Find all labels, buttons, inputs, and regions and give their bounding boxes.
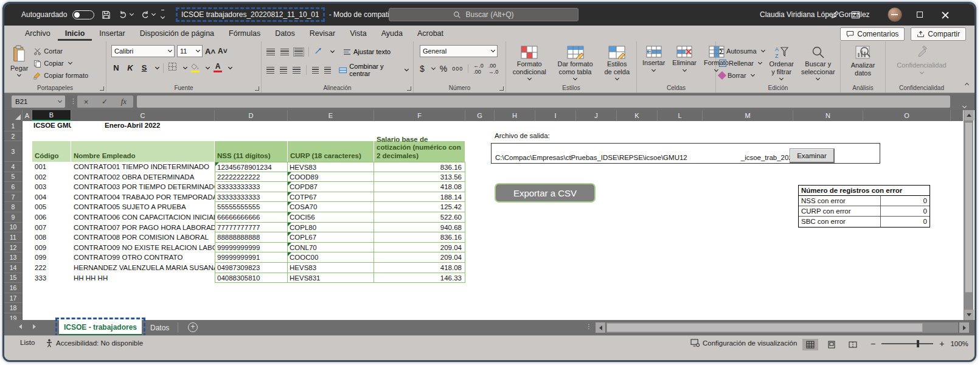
name-box[interactable]: B21 [12,96,65,108]
fill-color-chevron[interactable] [206,64,210,69]
undo-button[interactable] [119,4,133,26]
column-header-C[interactable]: C [71,110,215,121]
output-path-box[interactable]: C:\Compac\Empresas\ctPruebas_IDSE\REPSE\… [491,143,880,164]
underline-button[interactable]: S [139,63,149,72]
clear-button[interactable]: Borrar [719,69,765,82]
cell[interactable]: 12345678901234 [215,162,288,172]
cell[interactable]: COPD87 [288,182,374,192]
cell[interactable]: CONTRATO03 POR TIEMPO DETERMINADO [71,182,215,192]
row-header-19[interactable]: 19 [4,313,23,320]
zoom-slider-handle[interactable] [917,340,919,347]
row-header-14[interactable]: 14 [4,263,23,273]
column-header-H[interactable]: H [495,110,535,121]
column-header-E[interactable]: E [288,110,374,121]
share-button[interactable]: Compartir [911,27,966,41]
merge-center-button[interactable]: Combinar y centrar [339,63,408,77]
cell[interactable]: 33333333333 [215,182,288,192]
cell[interactable]: 209.04 [374,252,465,263]
cell[interactable]: 418.08 [374,263,465,273]
bold-button[interactable]: N [111,63,121,72]
tab-inicio[interactable]: Inicio [58,27,92,41]
vertical-scroll-thumb[interactable] [965,122,973,293]
cell[interactable]: 99999999991 [215,252,288,263]
close-button[interactable] [936,4,954,26]
cell[interactable]: 125.42 [374,202,465,212]
italic-button[interactable]: K [125,63,135,72]
column-header-G[interactable]: G [465,110,495,121]
wrap-text-button[interactable]: Ajustar texto [343,48,391,55]
row-header-1[interactable]: 1 [4,121,23,131]
tab-f-rmulas[interactable]: Fórmulas [221,27,268,41]
cell[interactable]: COPL80 [288,223,374,233]
cell-b1[interactable]: ICSOE GMU1 [33,122,71,131]
cell[interactable]: CONTRATO09 NO EXISTE RELACION LABORAL [71,243,215,253]
decrease-decimal-button[interactable]: .00→.0 [488,63,499,75]
align-bottom-icon[interactable] [294,49,303,55]
cell[interactable]: CONTRATO05 SUJETO A PRUEBA [71,202,215,212]
delete-cells-button[interactable]: Eliminar [670,44,699,82]
percent-format-button[interactable]: % [440,64,447,74]
expand-formula-bar-button[interactable] [961,99,966,110]
scroll-up-button[interactable] [964,110,974,120]
horizontal-scroll-thumb[interactable] [606,323,923,332]
column-header-B[interactable]: B [32,110,71,121]
scroll-down-button[interactable] [964,310,974,320]
cell[interactable]: HH HH HH [71,273,215,283]
scroll-left-button[interactable] [596,322,605,333]
column-header-F[interactable]: F [374,110,465,121]
cell[interactable]: 99999999999 [215,243,288,253]
autosum-button[interactable]: ΣAutosuma [719,45,765,57]
tab-acrobat[interactable]: Acrobat [410,27,451,41]
copy-button[interactable]: Copiar [33,57,88,69]
cell[interactable]: COOD89 [288,172,374,182]
accessibility-status[interactable]: Accesibilidad: No disponible [46,339,143,347]
analyze-data-button[interactable]: Analizar datos [844,44,882,82]
normal-view-button[interactable] [802,339,818,350]
cell[interactable]: 099 [32,252,71,263]
row-header-9[interactable]: 9 [4,212,23,223]
cell[interactable]: 222 [32,263,71,273]
pen-button[interactable] [830,4,839,26]
cell[interactable]: HEVS83 [288,162,374,172]
row-header-17[interactable]: 17 [4,293,23,304]
cell[interactable]: 002 [32,172,71,182]
cell[interactable]: CONTRATO99 OTRO CONTRATO [71,252,215,263]
row-header-10[interactable]: 10 [4,223,23,233]
cut-button[interactable]: Cortar [33,45,88,57]
cell[interactable]: 418.08 [374,182,465,192]
fill-button[interactable]: ↓Rellenar [719,57,765,69]
orientation-chevron[interactable] [330,49,335,53]
currency-chevron[interactable] [431,66,436,70]
scroll-right-button[interactable] [959,322,969,333]
alignment-dialog-launcher[interactable] [407,86,411,91]
row-header-15[interactable]: 15 [4,273,23,283]
column-header-L[interactable]: L [658,110,703,121]
cell[interactable]: 001 [32,162,71,172]
cell[interactable]: 88888888888 [215,232,288,243]
row-header-2[interactable]: 2 [4,131,23,141]
borders-button[interactable] [168,62,177,74]
cell[interactable]: CONTRATO01 TIEMPO INDETERMINADO [71,162,215,172]
increase-font-button[interactable]: A˄ [205,47,215,56]
decrease-font-button[interactable]: A˅ [218,47,228,55]
increase-indent-icon[interactable] [324,67,331,74]
tab-insertar[interactable]: Insertar [92,27,132,41]
cell[interactable]: 007 [32,223,71,233]
row-header-8[interactable]: 8 [4,202,23,212]
save-button[interactable] [102,4,111,26]
confirm-entry-button[interactable]: ✓ [102,97,108,106]
cell[interactable]: COCI56 [288,212,374,223]
cancel-entry-button[interactable]: × [84,97,89,106]
clipboard-dialog-launcher[interactable] [100,86,104,91]
font-color-button[interactable]: A [214,63,222,72]
tab-vista[interactable]: Vista [342,27,374,41]
zoom-level[interactable]: 100% [950,340,968,347]
cell[interactable]: 333 [32,273,71,283]
number-format-select[interactable]: General [420,45,498,57]
cell[interactable]: 33333333333 [215,192,288,203]
font-color-chevron[interactable] [228,64,232,69]
tab-disposici-n-de-p-gina[interactable]: Disposición de página [133,27,221,41]
next-sheet-button[interactable] [33,324,36,329]
underline-options-chevron[interactable] [155,64,159,69]
cell[interactable]: 77777777777 [215,223,288,233]
